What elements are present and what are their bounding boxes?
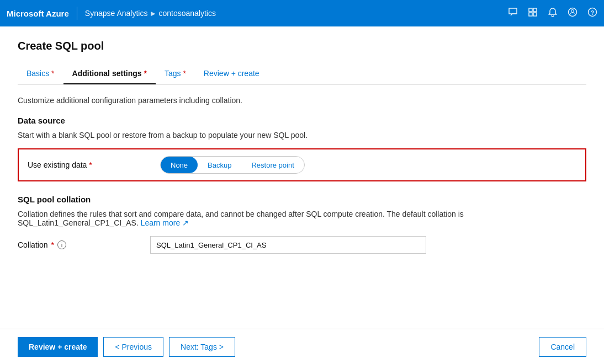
svg-text:?: ? <box>591 9 594 15</box>
svg-rect-2 <box>529 13 532 16</box>
nav-icons: ? <box>508 7 597 20</box>
learn-more-link[interactable]: Learn more ↗ <box>141 218 189 227</box>
next-button[interactable]: Next: Tags > <box>169 337 235 357</box>
svg-rect-3 <box>533 13 537 16</box>
toggle-backup[interactable]: Backup <box>198 157 241 173</box>
collation-field-row: Collation * i <box>18 236 586 254</box>
previous-button[interactable]: < Previous <box>103 337 163 357</box>
data-source-desc: Start with a blank SQL pool or restore f… <box>18 131 586 140</box>
tab-basics[interactable]: Basics * <box>18 63 63 84</box>
breadcrumb: Synapse Analytics ▶ contosoanalytics <box>85 9 216 18</box>
collation-label: Collation * i <box>18 240 150 249</box>
help-icon[interactable]: ? <box>587 7 597 20</box>
tab-additional-settings[interactable]: Additional settings * <box>63 63 156 84</box>
tab-bar: Basics * Additional settings * Tags * Re… <box>18 63 586 85</box>
use-existing-data-row: Use existing data * None Backup Restore … <box>18 148 586 181</box>
breadcrumb-resource[interactable]: contosoanalytics <box>158 9 216 18</box>
collation-info-icon[interactable]: i <box>57 240 66 249</box>
account-icon[interactable] <box>568 7 577 20</box>
toggle-restore-point[interactable]: Restore point <box>241 157 304 173</box>
main-content: Create SQL pool Basics * Additional sett… <box>0 26 604 329</box>
collation-section-desc: Collation defines the rules that sort an… <box>18 210 586 227</box>
page-title: Create SQL pool <box>18 40 586 52</box>
svg-point-5 <box>571 9 574 12</box>
collation-section-title: SQL pool collation <box>18 195 586 204</box>
svg-rect-0 <box>529 8 532 12</box>
data-source-section: Data source Start with a blank SQL pool … <box>18 116 586 181</box>
page-description: Customize additional configuration param… <box>18 96 586 105</box>
breadcrumb-chevron: ▶ <box>151 10 155 17</box>
use-existing-label: Use existing data * <box>28 160 160 169</box>
review-create-button[interactable]: Review + create <box>18 337 98 357</box>
tab-review-create[interactable]: Review + create <box>195 63 268 84</box>
feedback-icon[interactable] <box>508 7 518 20</box>
notifications-icon[interactable] <box>548 7 558 20</box>
collation-section: SQL pool collation Collation defines the… <box>18 195 586 254</box>
azure-brand: Microsoft Azure <box>7 9 69 18</box>
collation-input[interactable] <box>150 236 426 254</box>
nav-divider <box>77 7 77 20</box>
toggle-none[interactable]: None <box>161 157 198 173</box>
cancel-button[interactable]: Cancel <box>539 337 586 357</box>
svg-rect-1 <box>533 8 537 12</box>
top-navbar: Microsoft Azure Synapse Analytics ▶ cont… <box>0 0 604 26</box>
portal-icon[interactable] <box>528 7 538 20</box>
footer-bar: Review + create < Previous Next: Tags > … <box>0 329 604 364</box>
tab-tags[interactable]: Tags * <box>156 63 195 84</box>
breadcrumb-service[interactable]: Synapse Analytics <box>85 9 148 18</box>
data-source-toggle-group: None Backup Restore point <box>160 156 305 174</box>
data-source-title: Data source <box>18 116 586 125</box>
